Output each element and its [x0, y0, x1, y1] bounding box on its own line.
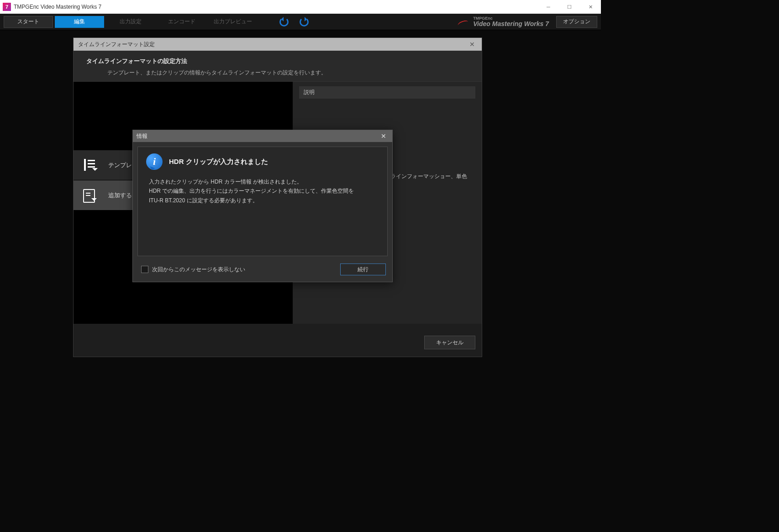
info-modal-header: i HDR クリップが入力されました — [146, 153, 379, 170]
dont-show-checkbox[interactable] — [141, 266, 148, 273]
close-button[interactable]: ✕ — [580, 0, 601, 14]
info-modal-footer: 次回からこのメッセージを表示しない 続行 — [133, 261, 392, 282]
tab-edit[interactable]: 編集 — [55, 16, 104, 28]
window-titlebar: 7 TMPGEnc Video Mastering Works 7 ─ ☐ ✕ — [0, 0, 601, 14]
format-dialog-titlebar: タイムラインフォーマット設定 ✕ — [74, 38, 482, 51]
info-line-1: 入力されたクリップから HDR カラー情報 が検出されました。 — [149, 177, 379, 186]
brand-swoosh-icon — [458, 17, 469, 26]
info-line-3: ITU-R BT.2020 に設定する必要があります。 — [149, 196, 379, 205]
info-line-2: HDR での編集、出力を行うにはカラーマネージメントを有効にして、作業色空間を — [149, 186, 379, 195]
format-dialog-footer: キャンセル — [424, 336, 475, 349]
format-dialog-close-icon[interactable]: ✕ — [467, 39, 477, 49]
undo-button[interactable] — [275, 16, 293, 28]
tab-output-preview[interactable]: 出力プレビュー — [208, 16, 258, 28]
info-modal-content: i HDR クリップが入力されました 入力されたクリップから HDR カラー情報… — [137, 147, 388, 256]
main-toolbar: スタート 編集 出力設定 エンコード 出力プレビュー TMPGEnc Video… — [0, 14, 601, 30]
window-controls: ─ ☐ ✕ — [538, 0, 601, 14]
redo-icon — [300, 17, 309, 26]
dont-show-label[interactable]: 次回からこのメッセージを表示しない — [152, 266, 337, 274]
format-dialog-title: タイムラインフォーマット設定 — [78, 41, 467, 48]
main-area: タイムラインフォーマット設定 ✕ タイムラインフォーマットの設定方法 テンプレー… — [0, 30, 601, 410]
window-title: TMPGEnc Video Mastering Works 7 — [14, 4, 538, 10]
info-modal-heading: HDR クリップが入力されました — [169, 158, 268, 166]
info-modal-close-icon[interactable]: ✕ — [379, 131, 389, 141]
info-modal-text: 入力されたクリップから HDR カラー情報 が検出されました。 HDR での編集… — [146, 177, 379, 205]
tab-output-settings[interactable]: 出力設定 — [106, 16, 155, 28]
panel-item-add-clip-label: 追加する — [105, 191, 132, 200]
template-list-icon — [82, 158, 97, 173]
tab-encode[interactable]: エンコード — [157, 16, 206, 28]
app-icon: 7 — [3, 3, 11, 11]
brand-logo: TMPGEnc Video Mastering Works 7 — [458, 16, 549, 27]
cancel-button[interactable]: キャンセル — [424, 336, 475, 349]
info-modal-title: 情報 — [137, 132, 379, 140]
format-header-desc: テンプレート、またはクリップの情報からタイムラインフォーマットの設定を行います。 — [86, 69, 473, 77]
brand-bottom-text: Video Mastering Works 7 — [473, 21, 549, 27]
undo-icon — [279, 17, 289, 26]
format-dialog-header: タイムラインフォーマットの設定方法 テンプレート、またはクリップの情報からタイム… — [74, 51, 482, 82]
minimize-button[interactable]: ─ — [538, 0, 559, 14]
info-icon: i — [146, 153, 163, 170]
options-button[interactable]: オプション — [556, 16, 597, 28]
description-header: 説明 — [299, 86, 475, 99]
info-modal-titlebar: 情報 ✕ — [133, 130, 392, 142]
redo-button[interactable] — [295, 16, 313, 28]
info-modal: 情報 ✕ i HDR クリップが入力されました 入力されたクリップから HDR … — [132, 130, 393, 282]
maximize-button[interactable]: ☐ — [559, 0, 580, 14]
format-header-title: タイムラインフォーマットの設定方法 — [86, 57, 473, 65]
tab-start[interactable]: スタート — [4, 16, 53, 28]
continue-button[interactable]: 続行 — [340, 263, 386, 275]
clip-file-icon — [82, 188, 97, 203]
